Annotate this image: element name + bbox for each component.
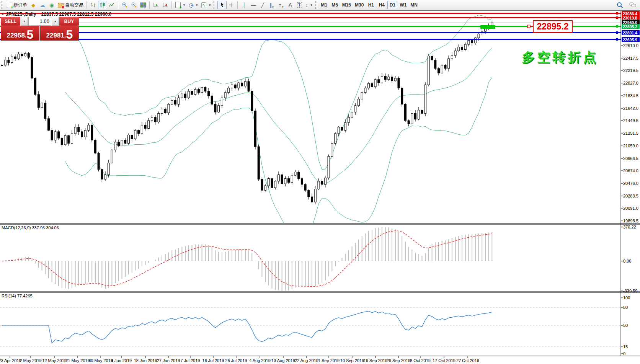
- candlestick-chart-button[interactable]: [98, 1, 107, 9]
- ask-price-big-digit: 5: [66, 29, 73, 40]
- profiles-button[interactable]: ◷▼: [187, 1, 200, 9]
- bid-price-big-digit: 5: [27, 29, 34, 40]
- zoom-out-icon: [131, 2, 137, 8]
- chevron-down-icon: ▼: [183, 3, 186, 7]
- label-tool-button[interactable]: T: [295, 1, 304, 9]
- fibonacci-button[interactable]: ≡F: [276, 1, 286, 9]
- bid-price[interactable]: 22958.5: [1, 26, 39, 41]
- crosshair-button[interactable]: [227, 1, 236, 9]
- vertical-line-icon: │: [243, 2, 246, 8]
- timeframe-button[interactable]: H1: [366, 1, 376, 9]
- autotrading-label: 自动交易: [65, 2, 83, 8]
- new-order-label: 新订单: [13, 2, 27, 8]
- macd-label: MACD(12,26,9) 337.96 304.06: [2, 225, 59, 230]
- channel-icon: ∥: [269, 2, 272, 8]
- bar-chart-button[interactable]: [89, 1, 98, 9]
- turning-point-annotation: 多空转折点: [522, 49, 598, 66]
- auto-scroll-button[interactable]: [152, 1, 161, 9]
- line-chart-icon: [109, 2, 115, 8]
- chart-shift-button[interactable]: [161, 1, 170, 9]
- zoom-in-button[interactable]: [120, 1, 129, 9]
- toolbar-separator: [87, 1, 87, 9]
- toolbar-grip[interactable]: [214, 1, 216, 9]
- timeframe-button[interactable]: M1: [319, 1, 329, 9]
- timeframe-button[interactable]: W1: [398, 1, 408, 9]
- search-icon: [617, 2, 623, 8]
- toolbar-separator: [149, 1, 150, 9]
- fibonacci-icon: ≡: [278, 2, 281, 8]
- market-watch-button[interactable]: ◆: [29, 1, 38, 9]
- toolbar-separator: [118, 1, 119, 9]
- chevron-down-icon: ▼: [195, 3, 198, 7]
- rsi-label: RSI(14) 77.4265: [2, 294, 33, 298]
- cursor-button[interactable]: [217, 1, 227, 9]
- price-level-chip: 22801.4: [622, 30, 640, 35]
- indicator-wave-icon: ∿: [201, 2, 206, 8]
- chart-shift-icon: [162, 2, 168, 8]
- autotrading-button[interactable]: 自动交易: [56, 1, 85, 9]
- gold-diamond-icon: ◆: [31, 3, 35, 8]
- tile-windows-button[interactable]: [139, 1, 148, 9]
- search-button[interactable]: [615, 1, 625, 9]
- signals-button[interactable]: ◉: [47, 1, 56, 9]
- broadcast-icon: ◉: [49, 3, 54, 8]
- zoom-in-icon: [122, 2, 128, 8]
- timeframe-button[interactable]: D1: [387, 1, 397, 9]
- timeframe-button[interactable]: H4: [377, 1, 387, 9]
- arrows-icon: ↕: [305, 2, 308, 8]
- collapse-panel-icon[interactable]: ▲: [1, 12, 4, 15]
- zoom-out-button[interactable]: [129, 1, 139, 9]
- volume-input[interactable]: [29, 17, 51, 25]
- price-level-chip: 22695.9: [622, 37, 640, 42]
- vertical-line-button[interactable]: │: [240, 1, 249, 9]
- fibonacci-sub-label: F: [282, 5, 284, 9]
- clock-icon: ◷: [189, 2, 193, 8]
- new-order-icon: [7, 2, 12, 8]
- ask-price-main: 22981.: [46, 32, 66, 40]
- chevron-down-icon: ▼: [208, 3, 211, 7]
- channel-sub-label: E: [272, 5, 274, 9]
- volume-decrease-button[interactable]: ▼: [21, 17, 28, 26]
- horizontal-line-button[interactable]: —: [249, 1, 258, 9]
- cursor-arrow-icon: [219, 2, 225, 8]
- auto-scroll-icon: [153, 2, 159, 8]
- crosshair-icon: [228, 2, 234, 8]
- toolbar-grip[interactable]: [315, 1, 318, 9]
- ohlc-values: 22837.5 22967.5 22812.5 22960.0: [41, 11, 112, 17]
- new-order-button[interactable]: 新订单: [5, 1, 29, 9]
- cloud-person-icon: ☁: [40, 3, 45, 8]
- chat-button[interactable]: [628, 1, 638, 9]
- timeframe-button[interactable]: M30: [353, 1, 365, 9]
- ask-price[interactable]: 22981.5: [40, 26, 79, 41]
- text-tool-button[interactable]: A: [286, 1, 295, 9]
- arrows-tool-button[interactable]: ↕▼: [304, 1, 314, 9]
- trendline-icon: ╱: [261, 2, 264, 8]
- chat-bubbles-icon: [629, 2, 636, 8]
- sell-button[interactable]: SELL: [1, 17, 20, 26]
- trendline-button[interactable]: ╱: [258, 1, 267, 9]
- one-click-trading-panel: SELL ▼ ▲ BUY 22958.5 22981.5: [1, 17, 79, 41]
- tile-windows-icon: [140, 2, 146, 8]
- price-level-chip: 23019.8: [622, 15, 640, 20]
- volume-increase-button[interactable]: ▲: [52, 17, 59, 26]
- timeframe-button[interactable]: M5: [330, 1, 340, 9]
- new-chart-button[interactable]: ▼: [174, 1, 187, 9]
- timeframe-button[interactable]: MN: [409, 1, 419, 9]
- label-tool-label: T: [297, 2, 302, 8]
- community-button[interactable]: ☁: [38, 1, 47, 9]
- candlestick-chart-icon: [100, 2, 106, 8]
- price-tag-22895[interactable]: 22895.2: [533, 20, 573, 33]
- new-chart-icon: [175, 2, 181, 8]
- bid-price-main: 22958.: [7, 32, 27, 40]
- channel-button[interactable]: ∥E: [267, 1, 276, 9]
- toolbar-grip[interactable]: [2, 1, 4, 9]
- line-chart-button[interactable]: [107, 1, 116, 9]
- toolbar-right-group: [615, 1, 638, 9]
- autotrading-icon: [58, 3, 64, 8]
- toolbar: 新订单 ◆ ☁ ◉ 自动交易 ▼ ◷▼ ∿▼: [0, 0, 640, 10]
- timeframe-button[interactable]: M15: [341, 1, 353, 9]
- bar-chart-icon: [90, 2, 96, 8]
- indicators-button[interactable]: ∿▼: [200, 1, 213, 9]
- timeframe-group: M1M5M15M30H1H4D1W1MN: [319, 1, 419, 9]
- buy-button[interactable]: BUY: [59, 17, 79, 26]
